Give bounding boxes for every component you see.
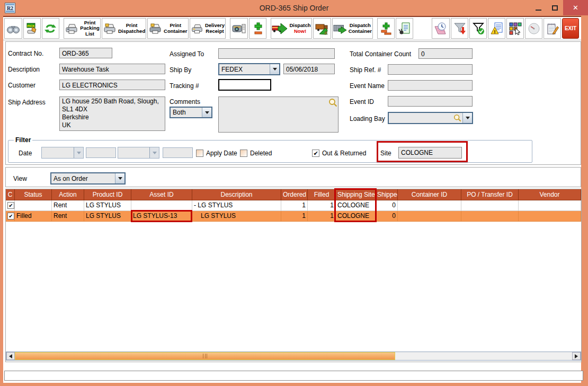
asset-id-cell[interactable]	[131, 200, 192, 211]
col-header-product-id[interactable]: Product ID	[84, 189, 131, 200]
view-select[interactable]: As on Order	[50, 172, 126, 185]
date-field-1[interactable]	[86, 147, 116, 158]
alerts-button[interactable]: !	[488, 18, 505, 39]
row-checkbox[interactable]: ✔	[7, 202, 14, 209]
view-label: View	[13, 174, 27, 183]
notepad-pencil-icon	[546, 22, 559, 35]
comments-field[interactable]	[218, 96, 338, 133]
dispatch-asset-button[interactable]: A	[313, 18, 331, 39]
delivery-receipt-button[interactable]: Delivery Receipt	[190, 18, 226, 39]
col-header-shipped[interactable]: Shipped	[376, 189, 398, 200]
dispatch-container-button[interactable]: Dispatch Container	[332, 18, 373, 39]
event-id-label: Event ID	[350, 98, 374, 106]
refresh-icon	[44, 23, 57, 34]
deleted-checkbox[interactable]: Deleted	[240, 149, 272, 157]
add-item-button[interactable]	[249, 18, 266, 39]
ship-date-field[interactable]: 05/06/2018	[283, 64, 335, 74]
dispatch-now-button[interactable]: DispatchNow!	[271, 18, 311, 39]
event-id-field[interactable]	[388, 96, 473, 107]
container-id-cell	[398, 200, 461, 211]
pick-button[interactable]: PICK	[23, 18, 41, 39]
ship-address-field[interactable]: LG house 250 Bath Road, Slough, SL1 4DX …	[59, 96, 165, 131]
scroll-right-button[interactable]	[572, 352, 581, 360]
col-header-po-transfer-id[interactable]: PO / Transfer ID	[461, 189, 519, 200]
container-photo-button[interactable]	[230, 18, 248, 39]
date-field-2[interactable]	[163, 147, 193, 158]
ship-ref-field[interactable]	[388, 64, 473, 75]
connect-document-button[interactable]	[396, 18, 413, 39]
col-header-shipping-site[interactable]: Shipping Site	[336, 189, 376, 200]
comments-mode-value: Both	[171, 109, 202, 116]
grip-icon	[203, 354, 207, 358]
scroll-left-button[interactable]	[6, 352, 15, 360]
total-container-count-field[interactable]: 0	[418, 48, 473, 59]
comments-label: Comments	[170, 98, 200, 106]
notes-button[interactable]	[544, 18, 561, 39]
search-icon[interactable]	[453, 114, 462, 122]
customer-field[interactable]: LG ELECTRONICS	[59, 80, 165, 90]
description-field[interactable]: Warehouse Task	[59, 64, 165, 74]
add-container-button[interactable]	[377, 18, 395, 39]
chevron-down-icon[interactable]	[270, 64, 279, 74]
table-row-selected[interactable]: ✔ Filled Rent LG STYLUS LG STYLUS-13 LG …	[6, 211, 581, 222]
site-field[interactable]: COLOGNE	[398, 147, 462, 159]
contract-no-field[interactable]: ORD-365	[59, 48, 112, 58]
title-bar[interactable]: R2 ORD-365 Ship Order ✕	[0, 0, 588, 16]
event-name-field[interactable]	[388, 80, 473, 91]
chevron-down-icon[interactable]	[115, 173, 124, 183]
assigned-to-field[interactable]	[218, 48, 335, 59]
description-cell: LG STYLUS	[192, 211, 281, 222]
print-packing-list-button[interactable]: Print Packing List	[64, 18, 101, 39]
chevron-down-icon[interactable]	[202, 108, 211, 117]
col-header-check[interactable]: C	[6, 189, 15, 200]
gauge-button[interactable]	[525, 18, 542, 39]
layout-options-button[interactable]	[506, 18, 524, 39]
maximize-button[interactable]	[547, 0, 563, 15]
col-header-status[interactable]: Status	[15, 189, 52, 200]
ship-by-select[interactable]: FEDEX	[218, 63, 280, 75]
schedule-button[interactable]	[432, 18, 450, 39]
print-dispatched-button[interactable]: Print Dispatched	[102, 18, 146, 39]
deleted-label: Deleted	[250, 150, 272, 157]
horizontal-scrollbar[interactable]	[6, 352, 581, 361]
close-button[interactable]: ✕	[563, 0, 588, 15]
checkbox-icon[interactable]: ✔	[312, 150, 319, 157]
row-checkbox[interactable]: ✔	[7, 213, 14, 220]
col-header-ordered[interactable]: Ordered	[281, 189, 308, 200]
tracking-field[interactable]	[218, 79, 271, 91]
col-header-vendor[interactable]: Vendor	[519, 189, 581, 200]
checkbox-icon[interactable]	[240, 150, 247, 157]
col-header-action[interactable]: Action	[52, 189, 84, 200]
filter-apply-button[interactable]	[469, 18, 487, 39]
ship-by-value: FEDEX	[219, 66, 270, 73]
exit-button[interactable]: EXIT	[562, 18, 579, 39]
loading-bay-select[interactable]	[388, 112, 473, 124]
col-header-container-id[interactable]: Container ID	[398, 189, 461, 200]
asset-id-cell[interactable]: LG STYLUS-13	[131, 211, 192, 222]
loading-bay-label: Loading Bay	[350, 115, 385, 123]
search-icon[interactable]	[328, 98, 337, 109]
date-operator-select-2[interactable]	[118, 147, 159, 159]
svg-text:A: A	[324, 30, 328, 35]
date-label: Date	[19, 149, 32, 157]
date-operator-select-1[interactable]	[41, 147, 84, 159]
product-id-cell: LG STYLUS	[84, 211, 131, 222]
action-cell: Rent	[52, 211, 84, 222]
print-container-button[interactable]: Print Container	[147, 18, 189, 39]
table-row[interactable]: ✔ Rent LG STYLUS - LG STYLUS 1 1 COLOGNE…	[6, 200, 581, 211]
chevron-down-icon[interactable]	[462, 113, 472, 123]
col-header-filled[interactable]: Filled	[308, 189, 336, 200]
scrollbar-track[interactable]	[15, 352, 572, 360]
col-header-asset-id[interactable]: Asset ID	[131, 189, 192, 200]
minimize-button[interactable]	[530, 0, 547, 15]
filter-remove-button[interactable]	[451, 18, 468, 39]
find-button[interactable]	[4, 18, 22, 39]
refresh-button[interactable]	[42, 18, 59, 39]
col-header-description[interactable]: Description	[192, 189, 281, 200]
checkbox-icon[interactable]	[196, 150, 203, 157]
apply-date-checkbox[interactable]: Apply Date	[196, 149, 237, 157]
out-returned-checkbox[interactable]: ✔ Out & Returned	[312, 149, 366, 157]
contract-no-label: Contract No.	[8, 49, 43, 58]
comments-mode-select[interactable]: Both	[170, 107, 212, 118]
scrollbar-thumb[interactable]	[15, 352, 395, 360]
